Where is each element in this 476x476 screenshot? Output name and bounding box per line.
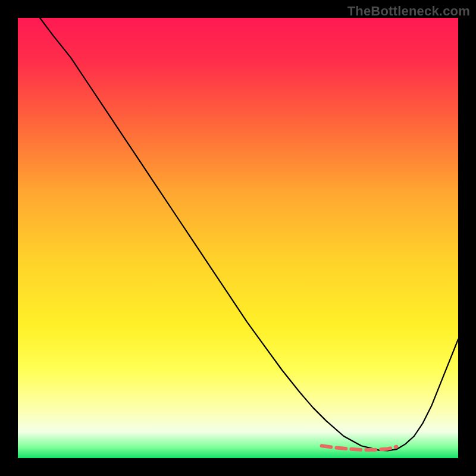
gradient-background xyxy=(18,18,458,458)
watermark-text: TheBottleneck.com xyxy=(347,4,470,19)
plot-area xyxy=(18,18,458,458)
chart-container: TheBottleneck.com xyxy=(0,0,476,476)
chart-svg xyxy=(18,18,458,458)
